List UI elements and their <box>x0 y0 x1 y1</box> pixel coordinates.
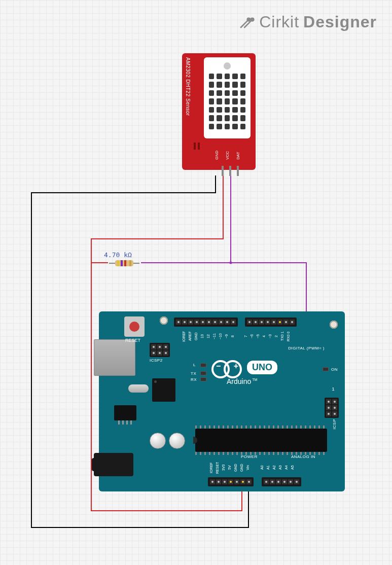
icsp2-label: ICSP2 <box>150 358 163 363</box>
logo-icon <box>237 13 255 31</box>
usb-port[interactable] <box>94 339 135 376</box>
top-header-left[interactable] <box>174 317 238 327</box>
arduino-text: ArduinoTM <box>227 377 257 385</box>
icsp-label: ICSP <box>332 419 337 430</box>
icsp-pin1-label: 1 <box>332 386 335 392</box>
top-header-right[interactable] <box>245 317 297 327</box>
icsp2-header[interactable] <box>150 343 170 357</box>
sensor-pin-dat: DAT <box>236 151 240 160</box>
bottom-headers[interactable] <box>208 477 339 486</box>
dht22-sensor-module[interactable]: AM2302 DHT22 Sensor GND VCC DAT <box>182 53 256 170</box>
resistor-lead-right[interactable] <box>133 263 139 264</box>
bottom-pin-labels: IOREF RESET 3V3 5V GND GND Vin A0 A1 A2 … <box>209 461 337 474</box>
resistor-lead-left[interactable] <box>109 263 115 264</box>
svg-point-2 <box>247 18 250 20</box>
atmega328p-chip <box>195 429 327 452</box>
infinity-icon: −+ <box>211 360 242 374</box>
sensor-name-label: AM2302 DHT22 Sensor <box>185 57 191 138</box>
resistor-body <box>115 260 133 266</box>
led-rx-label: RX <box>191 377 197 382</box>
app-logo: Cirkit Designer <box>237 13 377 31</box>
svg-line-0 <box>240 20 247 27</box>
sensor-pin-vcc: VCC <box>225 151 230 160</box>
sensor-pin-gnd: GND <box>215 151 219 160</box>
arduino-uno-board[interactable]: RESET ICSP2 ICSP 1 IOREF AREF GND 13 12 … <box>99 311 345 491</box>
pin-5v[interactable] <box>228 479 233 484</box>
led-on <box>323 367 329 371</box>
node-data <box>230 262 232 264</box>
analog-label: ANALOG IN <box>291 454 315 459</box>
analog-header[interactable] <box>262 477 301 486</box>
power-header[interactable] <box>208 477 254 486</box>
sensor-pins[interactable] <box>222 166 239 176</box>
icsp-header[interactable] <box>325 398 339 418</box>
sensor-pin-labels: GND VCC DAT <box>215 151 240 160</box>
svg-line-1 <box>244 20 252 27</box>
reset-button[interactable] <box>124 316 145 337</box>
led-on-label: ON <box>331 367 338 372</box>
power-barrel-jack[interactable] <box>94 453 133 476</box>
sensor-grill <box>209 74 245 129</box>
pin-d2[interactable] <box>277 320 282 325</box>
sensor-body <box>204 57 251 138</box>
reset-label: RESET <box>125 338 140 343</box>
led-tx <box>200 371 206 375</box>
crystal-oscillator <box>128 384 149 393</box>
led-tx-label: TX <box>191 371 196 376</box>
top-pin-labels: IOREF AREF GND 13 12 ~11 ~10 ~9 8 7 ~6 ~… <box>176 330 333 343</box>
capacitor <box>169 433 185 449</box>
wire-data <box>141 175 306 320</box>
led-l-label: L <box>193 363 196 367</box>
resistor-4k7[interactable] <box>109 260 139 266</box>
mount-hole <box>160 316 168 325</box>
led-rx <box>200 377 206 381</box>
resistor-value-label: 4.70 kΩ <box>104 251 132 259</box>
uno-badge: UNO <box>247 361 277 374</box>
pin-gnd-power[interactable] <box>240 479 245 484</box>
pin-gnd[interactable] <box>222 166 224 176</box>
pin-vcc[interactable] <box>229 166 231 176</box>
sensor-marks <box>194 143 200 150</box>
capacitor <box>150 433 166 449</box>
led-l <box>200 363 206 367</box>
arduino-logo: −+ UNO <box>211 360 277 374</box>
atmega16u2-chip <box>152 378 175 402</box>
top-digital-headers[interactable] <box>174 317 335 327</box>
pin-dat[interactable] <box>237 166 239 176</box>
logo-text-designer: Designer <box>303 13 377 31</box>
svg-point-3 <box>251 18 254 20</box>
logo-text-cirkit: Cirkit <box>259 13 299 31</box>
power-label: POWER <box>241 454 258 459</box>
digital-label: DIGITAL (PWM= ) <box>288 346 325 350</box>
voltage-regulator <box>114 405 136 420</box>
